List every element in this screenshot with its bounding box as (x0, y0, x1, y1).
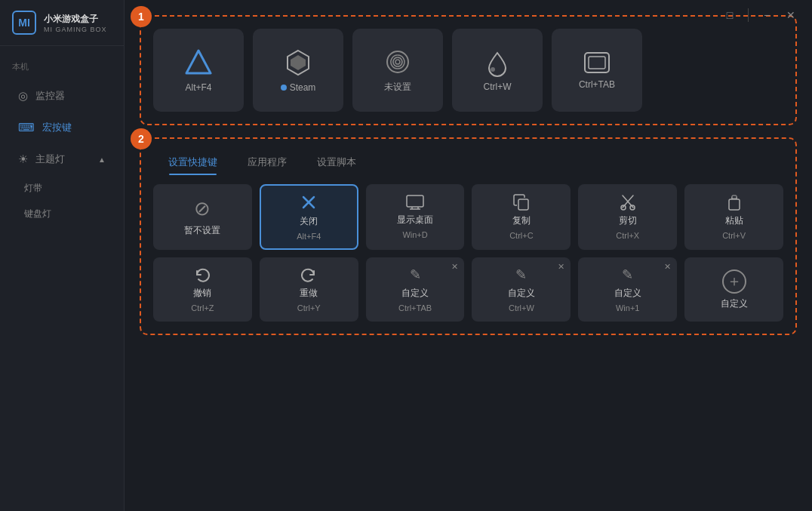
tab-apps[interactable]: 应用程序 (232, 151, 302, 174)
sidebar-item-theme-label: 主题灯 (35, 152, 65, 166)
custom2-close[interactable]: ✕ (558, 262, 564, 272)
desktop-icon (406, 195, 424, 210)
desktop-sub: Win+D (402, 230, 427, 239)
cut-icon (620, 194, 636, 211)
custom2-title: 自定义 (508, 287, 535, 300)
custom1-close[interactable]: ✕ (451, 262, 458, 272)
custom1-sub: Ctrl+TAB (398, 303, 432, 312)
tab-scripts[interactable]: 设置脚本 (302, 151, 371, 174)
theme-sub-items: 灯带 键盘灯 (0, 175, 124, 227)
monitor-icon: ◎ (18, 89, 28, 103)
sidebar-item-macro-label: 宏按键 (42, 121, 72, 134)
section-2-badge: 2 (131, 128, 152, 149)
sidebar-sub-strip[interactable]: 灯带 (12, 176, 124, 201)
custom3-sub: Win+1 (616, 303, 640, 312)
redo-icon (300, 266, 317, 283)
svg-rect-17 (732, 195, 737, 199)
custom2-icon: ✎ (515, 266, 527, 283)
minimize-button[interactable]: − (758, 6, 776, 24)
sidebar-item-theme[interactable]: ☀ 主题灯 ▲ (6, 145, 118, 174)
triangle-icon (183, 48, 214, 78)
cut-title: 剪切 (619, 214, 637, 227)
action-desktop[interactable]: 显示桌面 Win+D (366, 184, 465, 250)
sidebar-section-label: 本机 (0, 58, 124, 80)
spiral-icon (383, 48, 412, 76)
sidebar-item-monitor[interactable]: ◎ 监控器 (6, 82, 118, 110)
add-custom-title: 自定义 (721, 297, 748, 310)
copy-sub: Ctrl+C (509, 231, 533, 240)
action-close[interactable]: 关闭 Alt+F4 (260, 184, 358, 250)
desktop-title: 显示桌面 (397, 214, 433, 226)
copy-title: 复制 (512, 214, 531, 227)
svg-marker-2 (291, 55, 306, 70)
no-set-title: 暂不设置 (184, 224, 220, 237)
logo-icon: MI (12, 11, 36, 35)
custom1-title: 自定义 (401, 287, 429, 300)
no-set-icon: ⊘ (194, 197, 211, 220)
close-title: 关闭 (300, 215, 318, 228)
key-cards-row: Alt+F4 Steam (153, 29, 783, 112)
steam-icon (283, 48, 313, 78)
paste-sub: Ctrl+V (722, 231, 746, 240)
section-1: 1 Alt+F4 Steam (140, 15, 797, 125)
sidebar-item-monitor-label: 监控器 (35, 89, 65, 103)
svg-marker-0 (186, 51, 211, 73)
undo-sub: Ctrl+Z (191, 303, 214, 312)
steam-label-wrap: Steam (281, 82, 316, 93)
sidebar-item-macro[interactable]: ⌨ 宏按键 (6, 113, 118, 142)
custom3-icon: ✎ (622, 266, 633, 283)
main-content: 1 Alt+F4 Steam (125, 0, 812, 511)
undo-title: 撤销 (193, 287, 211, 300)
action-custom3[interactable]: ✕ ✎ 自定义 Win+1 (578, 257, 677, 322)
redo-title: 重做 (300, 287, 318, 300)
cut-sub: Ctrl+X (616, 231, 639, 240)
close-sub: Alt+F4 (297, 232, 321, 241)
svg-rect-9 (407, 195, 423, 207)
key-card-unset[interactable]: 未设置 (352, 29, 443, 112)
action-add-custom[interactable]: ＋ 自定义 (684, 257, 783, 322)
key-card-steam[interactable]: Steam (253, 29, 343, 112)
svg-rect-6 (589, 57, 605, 69)
section-2: 2 设置快捷键 应用程序 设置脚本 ⊘ 暂不设置 (140, 137, 797, 335)
drop-icon (483, 48, 512, 77)
action-paste[interactable]: 粘贴 Ctrl+V (684, 184, 783, 250)
macro-icon: ⌨ (18, 121, 35, 134)
key-card-ctrl-w[interactable]: Ctrl+W (452, 29, 543, 112)
custom2-sub: Ctrl+W (509, 303, 534, 312)
action-grid-row1: ⊘ 暂不设置 关闭 Alt+F4 显示桌面 (153, 184, 783, 250)
sidebar-sub-keyboard[interactable]: 键盘灯 (12, 202, 124, 226)
key-card-ctrl-tab[interactable]: Ctrl+TAB (552, 29, 642, 112)
action-copy[interactable]: 复制 Ctrl+C (472, 184, 571, 250)
svg-point-4 (491, 67, 495, 72)
tab-bar: 设置快捷键 应用程序 设置脚本 (153, 151, 783, 174)
action-custom1[interactable]: ✕ ✎ 自定义 Ctrl+TAB (366, 257, 465, 322)
action-cut[interactable]: 剪切 Ctrl+X (578, 184, 677, 250)
copy-icon (513, 194, 530, 211)
maximize-button[interactable]: □ (721, 6, 739, 24)
add-custom-icon: ＋ (722, 269, 746, 294)
action-undo[interactable]: 撤销 Ctrl+Z (153, 257, 252, 322)
svg-rect-13 (518, 199, 528, 210)
steam-status-dot (281, 85, 287, 91)
action-redo[interactable]: 重做 Ctrl+Y (260, 257, 358, 322)
key-card-ctrl-w-label: Ctrl+W (484, 82, 512, 92)
app-logo: MI 小米游戏盒子 MI GAMING BOX (0, 0, 124, 46)
paste-title: 粘贴 (725, 214, 743, 227)
key-card-ctrl-tab-label: Ctrl+TAB (579, 79, 615, 90)
key-card-alt-f4-label: Alt+F4 (185, 82, 211, 93)
app-title: 小米游戏盒子 (44, 13, 107, 26)
key-card-steam-label: Steam (290, 82, 316, 93)
action-no-set[interactable]: ⊘ 暂不设置 (153, 184, 252, 250)
action-custom2[interactable]: ✕ ✎ 自定义 Ctrl+W (472, 257, 571, 322)
theme-icon: ☀ (18, 152, 28, 166)
tab-shortcuts[interactable]: 设置快捷键 (153, 151, 232, 174)
close-button[interactable]: ✕ (782, 6, 800, 24)
rect-icon (583, 51, 611, 75)
custom1-icon: ✎ (410, 266, 421, 283)
undo-icon (194, 266, 211, 283)
custom3-close[interactable]: ✕ (664, 262, 671, 272)
redo-sub: Ctrl+Y (297, 303, 321, 312)
key-card-unset-label: 未设置 (384, 81, 411, 94)
key-card-alt-f4[interactable]: Alt+F4 (153, 29, 244, 112)
custom3-title: 自定义 (614, 287, 641, 300)
